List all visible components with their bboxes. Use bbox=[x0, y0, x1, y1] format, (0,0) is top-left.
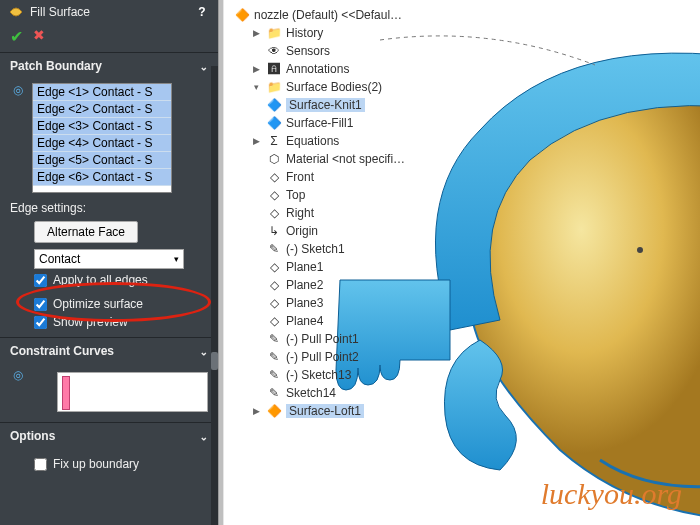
surface-icon: 🔷 bbox=[266, 97, 282, 113]
watermark-text: luckyou.org bbox=[541, 477, 682, 511]
tree-label: Front bbox=[286, 170, 314, 184]
tree-label: Surface-Fill1 bbox=[286, 116, 353, 130]
section-title: Constraint Curves bbox=[10, 344, 114, 358]
expand-icon[interactable]: ▶ bbox=[250, 28, 262, 38]
alternate-face-button[interactable]: Alternate Face bbox=[34, 221, 138, 243]
tree-sensors[interactable]: 👁 Sensors bbox=[234, 42, 454, 60]
cancel-button[interactable]: ✖ bbox=[33, 27, 45, 46]
sketch-icon: ✎ bbox=[266, 385, 282, 401]
tree-label: Sensors bbox=[286, 44, 330, 58]
tree-history[interactable]: ▶ 📁 History bbox=[234, 24, 454, 42]
edge-selection-icon[interactable]: ◎ bbox=[10, 83, 26, 97]
tree-equations[interactable]: ▶ Σ Equations bbox=[234, 132, 454, 150]
confirm-row: ✔ ✖ bbox=[0, 24, 218, 52]
fill-surface-icon bbox=[8, 5, 24, 19]
tree-label: (-) Pull Point1 bbox=[286, 332, 359, 346]
tree-surface-bodies[interactable]: ▾ 📁 Surface Bodies(2) bbox=[234, 78, 454, 96]
checkbox-label: Fix up boundary bbox=[53, 457, 139, 471]
tree-label: Top bbox=[286, 188, 305, 202]
collapse-icon[interactable]: ▾ bbox=[250, 82, 262, 92]
edge-item[interactable]: Edge <1> Contact - S bbox=[33, 84, 171, 101]
checkbox-preview[interactable]: Show preview bbox=[34, 315, 208, 329]
edge-item[interactable]: Edge <6> Contact - S bbox=[33, 169, 171, 186]
section-title: Options bbox=[10, 429, 55, 443]
tree-plane4[interactable]: ◇Plane4 bbox=[234, 312, 454, 330]
tree-sketch1[interactable]: ✎(-) Sketch1 bbox=[234, 240, 454, 258]
tree-origin[interactable]: ↳Origin bbox=[234, 222, 454, 240]
origin-icon: ↳ bbox=[266, 223, 282, 239]
plane-icon: ◇ bbox=[266, 259, 282, 275]
annotations-icon: 🅰 bbox=[266, 61, 282, 77]
checkbox-optimize[interactable]: Optimize surface bbox=[34, 297, 208, 311]
section-head-options[interactable]: Options ⌃ bbox=[0, 423, 218, 449]
tree-label: Sketch14 bbox=[286, 386, 336, 400]
chevron-up-icon: ⌃ bbox=[200, 61, 208, 72]
section-head-patch-boundary[interactable]: Patch Boundary ⌃ bbox=[0, 53, 218, 79]
folder-icon: 📁 bbox=[266, 25, 282, 41]
graphics-area[interactable]: 🔶 nozzle (Default) <<Defaul… ▶ 📁 History… bbox=[224, 0, 700, 525]
tree-surface-knit[interactable]: 🔷 Surface-Knit1 bbox=[234, 96, 454, 114]
tree-top-plane[interactable]: ◇Top bbox=[234, 186, 454, 204]
help-icon[interactable]: ? bbox=[194, 5, 210, 19]
tree-sketch14[interactable]: ✎Sketch14 bbox=[234, 384, 454, 402]
checkbox-fixup-boundary[interactable]: Fix up boundary bbox=[34, 457, 208, 471]
edge-list[interactable]: Edge <1> Contact - S Edge <2> Contact - … bbox=[32, 83, 172, 193]
edge-item[interactable]: Edge <2> Contact - S bbox=[33, 101, 171, 118]
expand-icon[interactable]: ▶ bbox=[250, 136, 262, 146]
chevron-down-icon: ▾ bbox=[174, 254, 179, 264]
dropdown-value: Contact bbox=[39, 252, 80, 266]
part-icon: 🔶 bbox=[234, 7, 250, 23]
checkbox-input[interactable] bbox=[34, 458, 47, 471]
loft-icon: 🔶 bbox=[266, 403, 282, 419]
tree-label: Plane2 bbox=[286, 278, 323, 292]
checkbox-input[interactable] bbox=[34, 274, 47, 287]
scrollbar-thumb[interactable] bbox=[211, 352, 218, 370]
sketch-icon: ✎ bbox=[266, 331, 282, 347]
panel-title: Fill Surface bbox=[30, 5, 90, 19]
edge-item[interactable]: Edge <4> Contact - S bbox=[33, 135, 171, 152]
section-patch-boundary: Patch Boundary ⌃ ◎ Edge <1> Contact - S … bbox=[0, 52, 218, 337]
panel-scrollbar[interactable] bbox=[211, 66, 218, 525]
edge-item[interactable]: Edge <3> Contact - S bbox=[33, 118, 171, 135]
tree-plane1[interactable]: ◇Plane1 bbox=[234, 258, 454, 276]
chevron-up-icon: ⌃ bbox=[200, 346, 208, 357]
tree-pullpoint2[interactable]: ✎(-) Pull Point2 bbox=[234, 348, 454, 366]
tree-material[interactable]: ⬡ Material <not specifi… bbox=[234, 150, 454, 168]
ok-button[interactable]: ✔ bbox=[10, 27, 23, 46]
curve-selection-icon[interactable]: ◎ bbox=[10, 368, 25, 382]
tree-plane3[interactable]: ◇Plane3 bbox=[234, 294, 454, 312]
tree-label: Origin bbox=[286, 224, 318, 238]
tree-label: Plane4 bbox=[286, 314, 323, 328]
plane-icon: ◇ bbox=[266, 187, 282, 203]
tree-pullpoint1[interactable]: ✎(-) Pull Point1 bbox=[234, 330, 454, 348]
tree-root[interactable]: 🔶 nozzle (Default) <<Defaul… bbox=[234, 6, 454, 24]
contact-dropdown[interactable]: Contact ▾ bbox=[34, 249, 184, 269]
constraint-curve-list[interactable] bbox=[57, 372, 208, 412]
plane-icon: ◇ bbox=[266, 313, 282, 329]
plane-icon: ◇ bbox=[266, 169, 282, 185]
tree-right-plane[interactable]: ◇Right bbox=[234, 204, 454, 222]
tree-surface-loft[interactable]: ▶ 🔶 Surface-Loft1 bbox=[234, 402, 454, 420]
checkbox-input[interactable] bbox=[34, 298, 47, 311]
tree-sketch13[interactable]: ✎(-) Sketch13 bbox=[234, 366, 454, 384]
tree-plane2[interactable]: ◇Plane2 bbox=[234, 276, 454, 294]
edge-settings-label: Edge settings: bbox=[10, 201, 208, 215]
feature-tree: 🔶 nozzle (Default) <<Defaul… ▶ 📁 History… bbox=[234, 6, 454, 420]
tree-label: Annotations bbox=[286, 62, 349, 76]
tree-front-plane[interactable]: ◇Front bbox=[234, 168, 454, 186]
checkbox-apply-all[interactable]: Apply to all edges bbox=[34, 273, 208, 287]
expand-icon[interactable]: ▶ bbox=[250, 64, 262, 74]
checkbox-input[interactable] bbox=[34, 316, 47, 329]
tree-annotations[interactable]: ▶ 🅰 Annotations bbox=[234, 60, 454, 78]
sketch-icon: ✎ bbox=[266, 367, 282, 383]
sensors-icon: 👁 bbox=[266, 43, 282, 59]
equations-icon: Σ bbox=[266, 133, 282, 149]
tree-label: Surface Bodies(2) bbox=[286, 80, 382, 94]
tree-surface-fill[interactable]: 🔷 Surface-Fill1 bbox=[234, 114, 454, 132]
checkbox-label: Show preview bbox=[53, 315, 128, 329]
tree-label: Plane3 bbox=[286, 296, 323, 310]
edge-item[interactable]: Edge <5> Contact - S bbox=[33, 152, 171, 169]
section-head-constraint-curves[interactable]: Constraint Curves ⌃ bbox=[0, 338, 218, 364]
expand-icon[interactable]: ▶ bbox=[250, 406, 262, 416]
folder-icon: 📁 bbox=[266, 79, 282, 95]
